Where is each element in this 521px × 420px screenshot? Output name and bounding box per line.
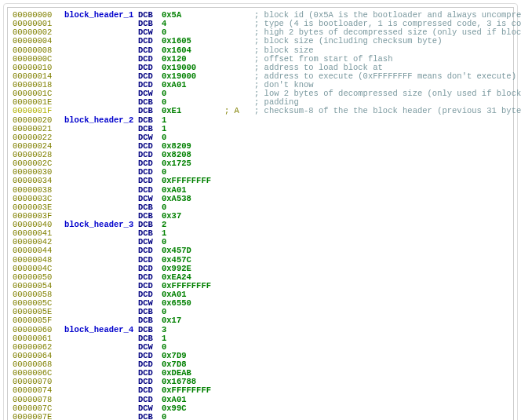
tail <box>224 81 254 89</box>
block-label <box>64 282 138 290</box>
comment: ; block size (including checksum byte) <box>254 37 508 46</box>
tail <box>224 20 254 28</box>
block-label <box>64 299 138 308</box>
block-label <box>64 186 138 195</box>
block-label <box>64 72 138 81</box>
listing-row: 0000005FDCB0x17 <box>13 316 508 325</box>
listing-row: 00000040block_header_3DCB2 <box>13 221 508 229</box>
comment <box>254 352 508 360</box>
listing-row: 0000007EDCB0 <box>13 413 508 420</box>
block-label <box>64 89 138 98</box>
comment <box>254 142 508 151</box>
disassembly-listing: 00000000block_header_1DCB0x5A; block id … <box>7 7 514 420</box>
address: 0000007E <box>13 413 64 420</box>
tail <box>224 316 254 325</box>
tail <box>224 308 254 316</box>
comment <box>254 273 508 282</box>
block-label <box>64 195 138 203</box>
value: 0x99C <box>162 404 224 413</box>
listing-row: 0000003CDCW0xA538 <box>13 195 508 203</box>
opcode: DCD <box>138 247 162 255</box>
block-label <box>64 238 138 247</box>
value: 0x1725 <box>162 159 224 168</box>
opcode: DCB <box>138 107 162 115</box>
block-label <box>64 352 138 360</box>
address: 00000048 <box>13 256 64 265</box>
listing-row: 00000074DCD0xFFFFFFFF <box>13 386 508 395</box>
block-label <box>64 177 138 185</box>
comment <box>254 116 508 125</box>
block-label: block_header_4 <box>64 326 138 334</box>
listing-row: 0000003EDCB0 <box>13 203 508 212</box>
listing-row: 0000006CDCD0xDEAB <box>13 369 508 378</box>
comment <box>254 290 508 299</box>
listing-row: 0000001FDCB0xE1; A; checksum-8 of the th… <box>13 107 508 115</box>
comment <box>254 265 508 273</box>
tail: ; A <box>224 107 254 115</box>
value: 0 <box>162 89 224 98</box>
tail <box>224 37 254 46</box>
value: 0x37 <box>162 212 224 221</box>
listing-row: 00000061DCB1 <box>13 334 508 343</box>
comment: ; checksum-8 of the the block header (pr… <box>254 107 521 115</box>
value: 0x5A <box>162 11 224 20</box>
address: 00000008 <box>13 46 64 55</box>
comment <box>254 413 508 420</box>
comment: ; block size <box>254 46 508 55</box>
listing-row: 0000007CDCW0x99C <box>13 404 508 413</box>
address: 00000074 <box>13 386 64 395</box>
value: 0 <box>162 413 224 420</box>
tail <box>224 299 254 308</box>
tail <box>224 273 254 282</box>
block-label <box>64 229 138 238</box>
tail <box>224 203 254 212</box>
tail <box>224 142 254 151</box>
block-label <box>64 396 138 404</box>
opcode: DCD <box>138 386 162 395</box>
value: 0xA01 <box>162 186 224 195</box>
opcode: DCB <box>138 413 162 420</box>
listing-row: 00000078DCD0xA01 <box>13 396 508 404</box>
tail <box>224 343 254 352</box>
tail <box>224 386 254 395</box>
block-label <box>64 360 138 369</box>
opcode: DCD <box>138 46 162 55</box>
listing-row: 00000008DCD0x1604; block size <box>13 46 508 55</box>
value: 0xA538 <box>162 195 224 203</box>
listing-row: 00000038DCD0xA01 <box>13 186 508 195</box>
comment <box>254 282 508 290</box>
tail <box>224 72 254 81</box>
listing-row: 00000050DCD0xEA24 <box>13 273 508 282</box>
tail <box>224 125 254 133</box>
comment <box>254 378 508 386</box>
block-label <box>64 107 138 115</box>
comment <box>254 404 508 413</box>
block-label <box>64 265 138 273</box>
address: 00000034 <box>13 177 64 185</box>
comment <box>254 221 508 229</box>
value: 0xA01 <box>162 396 224 404</box>
block-label <box>64 46 138 55</box>
tail <box>224 11 254 20</box>
tail <box>224 195 254 203</box>
value: 0xFFFFFFFF <box>162 177 224 185</box>
block-label <box>64 125 138 133</box>
comment <box>254 159 508 168</box>
address: 0000001F <box>13 107 64 115</box>
opcode: DCB <box>138 316 162 325</box>
block-label <box>64 404 138 413</box>
comment <box>254 203 508 212</box>
comment <box>254 125 508 133</box>
block-label <box>64 334 138 343</box>
tail <box>224 186 254 195</box>
opcode: DCD <box>138 177 162 185</box>
value: 1 <box>162 116 224 125</box>
opcode: DCD <box>138 396 162 404</box>
comment <box>254 229 508 238</box>
tail <box>224 404 254 413</box>
listing-row: 0000005CDCW0x6550 <box>13 299 508 308</box>
comment <box>254 168 508 177</box>
block-label <box>64 203 138 212</box>
value: 0x1604 <box>162 46 224 55</box>
listing-row: 0000005EDCB0 <box>13 308 508 316</box>
